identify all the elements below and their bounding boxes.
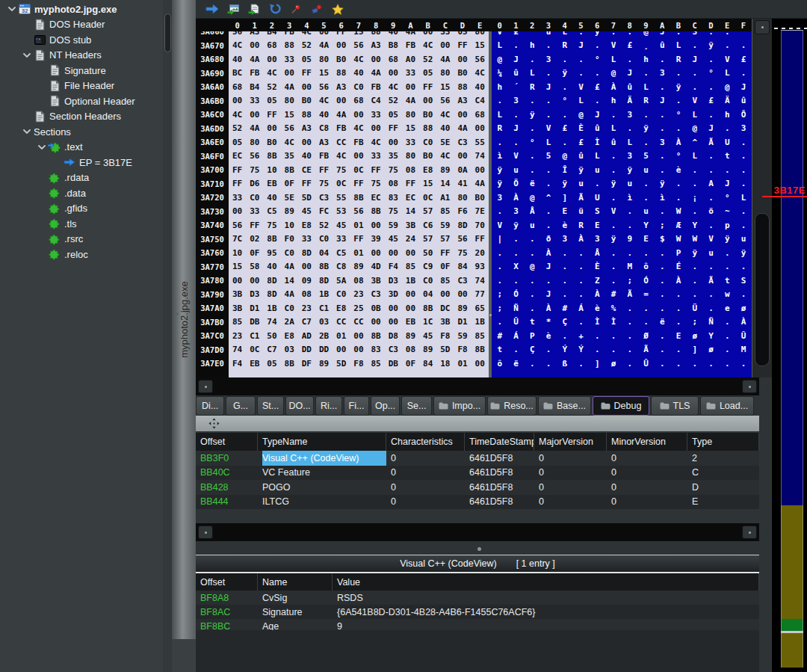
char-cell[interactable]: . — [573, 31, 590, 39]
char-cell[interactable]: À — [670, 135, 687, 149]
char-cell[interactable]: . — [654, 163, 670, 177]
hex-byte-cell[interactable]: C0 — [246, 191, 263, 205]
hex-byte-cell[interactable]: 52 — [298, 39, 315, 53]
char-cell[interactable]: ÿ — [492, 177, 508, 191]
char-cell[interactable]: ´ — [524, 31, 540, 39]
char-cell[interactable]: J — [589, 108, 605, 122]
char-cell[interactable]: ÿ — [735, 246, 752, 260]
char-cell[interactable]: Z — [589, 274, 605, 288]
hex-byte-cell[interactable]: 00 — [333, 343, 350, 357]
export-report-icon[interactable] — [244, 1, 265, 17]
hex-byte-cell[interactable]: A3 — [454, 94, 471, 108]
hex-byte-cell[interactable]: 77 — [471, 288, 489, 302]
char-cell[interactable]: . — [703, 149, 720, 164]
hex-byte-cell[interactable]: 00 — [315, 31, 333, 39]
hex-byte-cell[interactable]: 4A — [436, 52, 454, 67]
hex-byte-cell[interactable]: 00 — [368, 246, 385, 260]
hex-byte-cell[interactable]: B8 — [385, 39, 402, 53]
char-cell[interactable]: E — [670, 329, 687, 343]
hex-byte-cell[interactable]: 59 — [436, 218, 454, 232]
char-cell[interactable]: ° — [557, 94, 573, 108]
hex-byte-cell[interactable]: C0 — [419, 274, 436, 288]
char-cell[interactable]: . — [735, 218, 752, 232]
char-cell[interactable]: 3 — [654, 135, 670, 149]
char-cell[interactable]: L — [605, 122, 622, 136]
chevron-down-icon[interactable] — [6, 7, 18, 11]
cell-offset[interactable]: BF8A8 — [196, 591, 258, 605]
char-cell[interactable]: . — [687, 39, 703, 53]
hex-byte-cell[interactable]: 14 — [281, 274, 298, 288]
cell-minor_version[interactable]: 0 — [607, 480, 687, 495]
char-cell[interactable]: . — [557, 260, 573, 274]
cell-time_date_stamp[interactable]: 6461D5F8 — [465, 480, 534, 495]
char-cell[interactable]: . — [605, 329, 622, 343]
hex-byte-cell[interactable]: 0F — [436, 260, 454, 274]
char-cell[interactable]: . — [638, 191, 655, 205]
char-cell[interactable]: ÿ — [719, 232, 735, 247]
char-cell[interactable]: J — [703, 122, 720, 136]
hex-byte-cell[interactable]: D6 — [246, 177, 263, 191]
column-header-characteristics[interactable]: Characteristics — [386, 433, 465, 451]
char-cell[interactable]: V — [703, 232, 720, 247]
char-cell[interactable]: . — [524, 163, 540, 177]
hex-byte-cell[interactable]: 03 — [315, 315, 333, 330]
char-cell[interactable]: . — [492, 135, 508, 149]
char-cell[interactable]: Ã — [638, 343, 655, 357]
char-cell[interactable]: . — [622, 246, 638, 260]
char-cell[interactable]: J — [508, 52, 525, 67]
char-cell[interactable]: . — [605, 218, 622, 232]
tree-item-reloc[interactable]: .reloc — [0, 247, 172, 262]
char-cell[interactable]: ð — [540, 232, 557, 247]
hex-byte-cell[interactable]: DB — [385, 357, 402, 371]
hex-byte-cell[interactable]: 00 — [333, 94, 350, 108]
tree-item-tls[interactable]: .tls — [0, 216, 172, 232]
hex-byte-cell[interactable]: 00 — [229, 94, 246, 108]
char-cell[interactable]: V — [605, 39, 622, 53]
char-cell[interactable]: À — [589, 288, 605, 302]
hex-byte-cell[interactable]: 08 — [402, 163, 419, 177]
hex-byte-cell[interactable]: BC — [229, 67, 246, 81]
char-cell[interactable]: . — [654, 80, 670, 94]
hex-byte-cell[interactable]: F6 — [454, 205, 471, 219]
char-cell[interactable]: . — [670, 288, 687, 302]
tree-item-section-headers[interactable]: Section Headers — [0, 109, 172, 125]
char-cell[interactable]: @ — [605, 67, 622, 81]
hex-byte-cell[interactable]: FC — [315, 205, 333, 219]
hex-byte-cell[interactable]: 75 — [333, 163, 350, 177]
char-cell[interactable]: . — [703, 80, 720, 94]
char-cell[interactable]: . — [670, 122, 687, 136]
char-cell[interactable]: . — [540, 94, 557, 108]
cell-type_name[interactable]: POGO — [258, 480, 386, 495]
hex-byte-cell[interactable]: 00 — [402, 80, 419, 94]
char-cell[interactable]: . — [605, 191, 622, 205]
scrollbar-button[interactable] — [755, 20, 770, 34]
hex-byte-cell[interactable]: 84 — [454, 260, 471, 274]
hex-byte-cell[interactable]: 0F — [402, 357, 419, 371]
export-image-icon[interactable] — [223, 1, 244, 17]
hex-byte-cell[interactable]: F8 — [350, 357, 367, 371]
hex-byte-cell[interactable]: 75 — [454, 246, 471, 260]
tree-item-ep-3b17e[interactable]: EP = 3B17E — [0, 155, 172, 170]
hex-byte-cell[interactable]: 80 — [471, 31, 489, 39]
char-cell[interactable]: ] — [687, 343, 703, 357]
char-cell[interactable]: . — [573, 274, 590, 288]
char-cell[interactable]: . — [719, 39, 735, 53]
hex-byte-cell[interactable]: FF — [385, 122, 402, 136]
hex-byte-cell[interactable]: B0 — [454, 67, 471, 81]
hex-byte-cell[interactable]: 2B — [315, 329, 333, 343]
hex-byte-cell[interactable]: 88 — [368, 31, 385, 39]
hex-byte-cell[interactable]: A0 — [402, 52, 419, 67]
char-cell[interactable]: ÿ — [573, 163, 590, 177]
hex-byte-cell[interactable]: 56 — [454, 232, 471, 247]
cell-major_version[interactable]: 0 — [534, 480, 607, 495]
char-cell[interactable]: è — [589, 301, 605, 315]
cell-type[interactable]: D — [687, 480, 759, 495]
char-cell[interactable]: . — [524, 301, 540, 315]
char-cell[interactable]: . — [524, 94, 540, 108]
hex-byte-cell[interactable]: 4C — [436, 149, 454, 164]
char-cell[interactable]: e — [719, 301, 735, 315]
char-cell[interactable]: . — [703, 191, 720, 205]
char-cell[interactable]: L — [524, 67, 540, 81]
hex-byte-cell[interactable]: 4C — [281, 135, 298, 149]
cell-time_date_stamp[interactable]: 6461D5F8 — [465, 466, 534, 481]
